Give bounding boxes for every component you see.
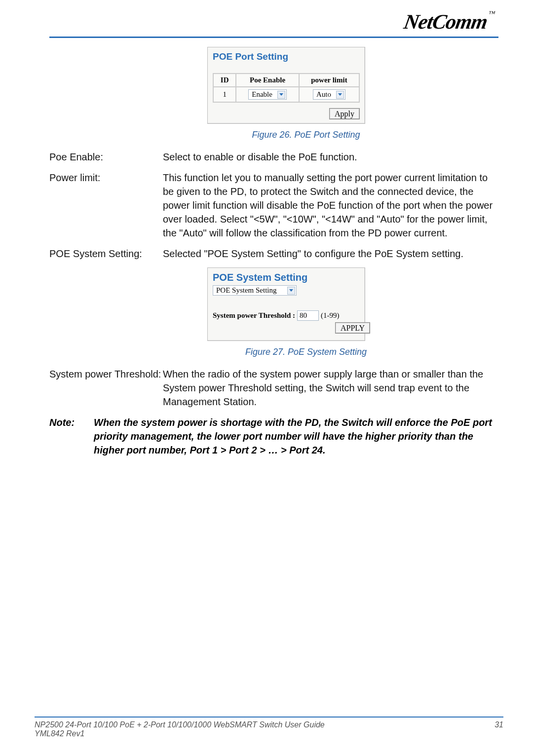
term-sys-power: System power Threshold: [49,367,163,381]
footer-page-number: 31 [495,720,503,729]
def-power-limit: Power limit: This function let you to ma… [49,171,498,240]
poe-system-setting-title: POE System Setting [208,268,365,285]
footer-divider [35,717,503,718]
brand-tm: ™ [488,10,495,17]
cell-enable: Enable [236,87,299,102]
body-poe-system: Selected "POE System Setting" to configu… [163,247,498,261]
threshold-range: (1-99) [321,311,340,320]
brand-text: NetComm [402,10,489,33]
threshold-label: System power Threshold : [213,311,295,320]
table-header-row: ID Poe Enable power limit [213,74,359,87]
power-limit-value: Auto [316,90,331,99]
def-poe-enable: Poe Enable: Select to enable or disable … [49,150,498,164]
apply-button[interactable]: APPLY [335,322,370,334]
note-block: Note: When the system power is shortage … [49,416,498,457]
chevron-down-icon [277,91,285,99]
power-limit-select[interactable]: Auto [313,89,345,100]
brand-logo: NetComm™ [402,10,495,34]
cell-id: 1 [213,87,236,102]
note-body: When the system power is shortage with t… [94,416,498,457]
poe-port-setting-panel: POE Port Setting ID Poe Enable power lim… [207,47,365,124]
footer-guide: NP2500 24-Port 10/100 PoE + 2-Port 10/10… [35,720,325,729]
chevron-down-icon [336,91,344,99]
poe-system-select[interactable]: POE System Setting [213,285,297,296]
apply-button[interactable]: Apply [329,108,360,119]
header-divider [49,37,498,38]
figure-27-caption: Figure 27. PoE System Setting [114,347,498,357]
term-power-limit: Power limit: [49,171,163,185]
term-poe-system: POE System Setting: [49,247,163,261]
def-poe-system: POE System Setting: Selected "POE System… [49,247,498,261]
footer-revision: YML842 Rev1 [35,729,503,738]
table-row: 1 Enable Auto [213,87,359,102]
page-footer: NP2500 24-Port 10/100 PoE + 2-Port 10/10… [35,717,503,738]
body-power-limit: This function let you to manually settin… [163,171,498,240]
def-system-power-threshold: System power Threshold: When the radio o… [49,367,498,409]
header: NetComm™ [49,10,498,34]
system-power-threshold-row: System power Threshold : (1-99) [208,310,365,324]
body-sys-power: When the radio of the system power suppl… [163,367,498,409]
chevron-down-icon [287,287,295,295]
poe-system-select-value: POE System Setting [216,286,277,295]
col-power-limit: power limit [299,74,359,87]
body-poe-enable: Select to enable or disable the PoE func… [163,150,498,164]
poe-enable-value: Enable [252,90,272,99]
poe-enable-select[interactable]: Enable [248,89,287,100]
poe-port-table: ID Poe Enable power limit 1 Enable Au [213,73,360,103]
cell-limit: Auto [299,87,359,102]
col-id: ID [213,74,236,87]
figure-26-caption: Figure 26. PoE Port Setting [114,130,498,140]
poe-system-setting-panel: POE System Setting POE System Setting Sy… [207,267,365,341]
term-poe-enable: Poe Enable: [49,150,163,164]
poe-port-setting-title: POE Port Setting [208,47,365,73]
threshold-input[interactable] [297,310,319,321]
note-label: Note: [49,416,94,457]
col-poe-enable: Poe Enable [236,74,299,87]
